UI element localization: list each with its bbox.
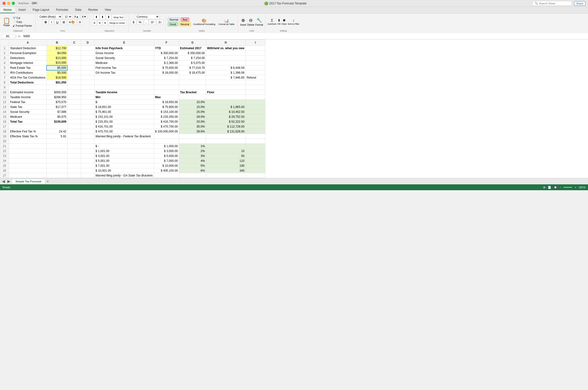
minimize-button[interactable] <box>7 2 10 5</box>
cell-b23[interactable] <box>47 153 67 158</box>
font-size-select[interactable]: 12 <box>63 14 72 19</box>
cell-a25[interactable] <box>9 163 47 168</box>
cell-g10[interactable]: Tax Bracket <box>179 90 206 95</box>
cell-g1[interactable]: Estimated 2017 <box>179 46 206 51</box>
cell-i16[interactable] <box>246 119 265 124</box>
cell-i11[interactable] <box>246 95 265 100</box>
page-break-icon[interactable]: 🔲 <box>554 186 557 189</box>
cell-h24[interactable]: 110 <box>206 158 246 163</box>
cell-a19[interactable]: Effective State Tax % <box>9 134 47 139</box>
cell-e1[interactable]: Info from Paycheck <box>94 46 154 51</box>
cell-d23[interactable] <box>81 153 94 158</box>
decrease-decimal-button[interactable]: .0↓ <box>157 20 163 25</box>
cell-g17[interactable]: 35.0% <box>179 124 206 129</box>
cell-c15[interactable] <box>67 114 81 119</box>
cell-b25[interactable] <box>47 163 67 168</box>
cell-d19[interactable] <box>81 134 94 139</box>
cell-g6[interactable]: $ 18,475.00 <box>179 70 206 75</box>
cell-c1[interactable] <box>67 46 81 51</box>
cell-a20[interactable] <box>9 139 47 144</box>
cell-f22[interactable]: $ 3,000.00 <box>154 148 179 153</box>
cell-h26[interactable]: 340 <box>206 168 246 173</box>
normal-style[interactable]: Normal <box>168 18 180 22</box>
cell-c8[interactable] <box>67 80 81 85</box>
cell-g26[interactable]: 6% <box>179 168 206 173</box>
col-header-g[interactable]: G <box>179 40 206 46</box>
cell-g22[interactable]: 2% <box>179 148 206 153</box>
cell-d11[interactable] <box>81 95 94 100</box>
cell-c24[interactable] <box>67 158 81 163</box>
cell-c25[interactable] <box>67 163 81 168</box>
cell-h6[interactable]: $ 1,398.06 <box>206 70 246 75</box>
cell-f21[interactable]: $ 1,000.00 <box>154 144 179 148</box>
cell-a17[interactable] <box>9 124 47 129</box>
zoom-out-button[interactable]: − <box>560 186 561 189</box>
cell-e4[interactable]: Medicare <box>94 60 154 65</box>
cell-e3[interactable]: Social Security <box>94 55 154 60</box>
cell-e2[interactable]: Gross Income <box>94 51 154 55</box>
decrease-font-button[interactable]: A▼ <box>81 15 87 19</box>
border-button[interactable]: ⊞ <box>61 20 67 25</box>
cell-h3[interactable] <box>206 55 246 60</box>
cell-f6[interactable]: $ 18,000.00 <box>154 70 179 75</box>
cell-f19[interactable] <box>154 134 179 139</box>
cell-b6[interactable]: $5,500 <box>47 70 67 75</box>
cell-d21[interactable] <box>81 144 94 148</box>
cell-d13[interactable] <box>81 104 94 109</box>
cell-g7[interactable] <box>179 75 206 80</box>
cell-h18[interactable]: $ 131,628.00 <box>206 129 246 134</box>
cell-a13[interactable]: State Tax <box>9 104 47 109</box>
cell-h10[interactable]: Floor <box>206 90 246 95</box>
cell-a9[interactable] <box>9 85 47 90</box>
cell-i14[interactable] <box>246 109 265 114</box>
cell-c3[interactable] <box>67 55 81 60</box>
cell-i9[interactable] <box>246 85 265 90</box>
prev-sheet-button[interactable]: ◀ <box>1 179 6 184</box>
cell-b3[interactable]: $13,000 <box>47 55 67 60</box>
cell-g20[interactable] <box>179 139 206 144</box>
paste-button[interactable]: 📋 Paste <box>2 17 11 27</box>
cell-c20[interactable] <box>67 139 81 144</box>
bold-button[interactable]: B <box>43 20 49 25</box>
cell-c14[interactable] <box>67 109 81 114</box>
cell-a22[interactable] <box>9 148 47 153</box>
col-header-i[interactable]: I <box>246 40 265 46</box>
search-input[interactable] <box>539 2 568 5</box>
cell-f5[interactable]: $ 75,000.00 <box>154 65 179 70</box>
cell-d18[interactable] <box>81 129 94 134</box>
wrap-text-button[interactable]: Wrap Text <box>112 14 125 20</box>
autosave-toggle[interactable]: OFF <box>30 2 38 5</box>
col-header-b[interactable]: B <box>47 40 67 46</box>
cell-g21[interactable]: 1% <box>179 144 206 148</box>
cell-h23[interactable]: 50 <box>206 153 246 158</box>
cell-d16[interactable] <box>81 119 94 124</box>
zoom-slider[interactable]: ━━━━━ <box>564 186 572 189</box>
cell-c2[interactable] <box>67 51 81 55</box>
cell-i22[interactable] <box>246 148 265 153</box>
cell-c21[interactable] <box>67 144 81 148</box>
cell-h20[interactable] <box>206 139 246 144</box>
cell-b22[interactable] <box>47 148 67 153</box>
cell-c6[interactable] <box>67 70 81 75</box>
cell-a10[interactable]: Estimated Income <box>9 90 47 95</box>
grid-container[interactable]: A B C D E F G H I 1Standard Deduction$12… <box>0 39 588 178</box>
cell-h13[interactable]: $ 1,865.00 <box>206 104 246 109</box>
cell-h22[interactable]: 10 <box>206 148 246 153</box>
cell-h19[interactable] <box>206 134 246 139</box>
cell-i24[interactable] <box>246 158 265 163</box>
tab-data[interactable]: Data <box>72 7 85 13</box>
cell-d12[interactable] <box>81 100 94 104</box>
cell-b1[interactable]: $12,700 <box>47 46 67 51</box>
cell-g8[interactable] <box>179 80 206 85</box>
copy-button[interactable]: 📄 Copy <box>11 20 33 24</box>
col-header-c[interactable]: C <box>67 40 81 46</box>
cell-reference-input[interactable]: B5 <box>1 34 14 38</box>
cell-i19[interactable] <box>246 134 265 139</box>
cell-h7[interactable]: $ 7,846.65 <box>206 75 246 80</box>
cell-h8[interactable] <box>206 80 246 85</box>
neutral-style[interactable]: Neutral <box>179 22 191 26</box>
cell-a12[interactable]: Federal Tax <box>9 100 47 104</box>
cell-b5[interactable]: $5,000 <box>47 65 67 70</box>
cell-i15[interactable] <box>246 114 265 119</box>
cell-i26[interactable] <box>246 168 265 173</box>
